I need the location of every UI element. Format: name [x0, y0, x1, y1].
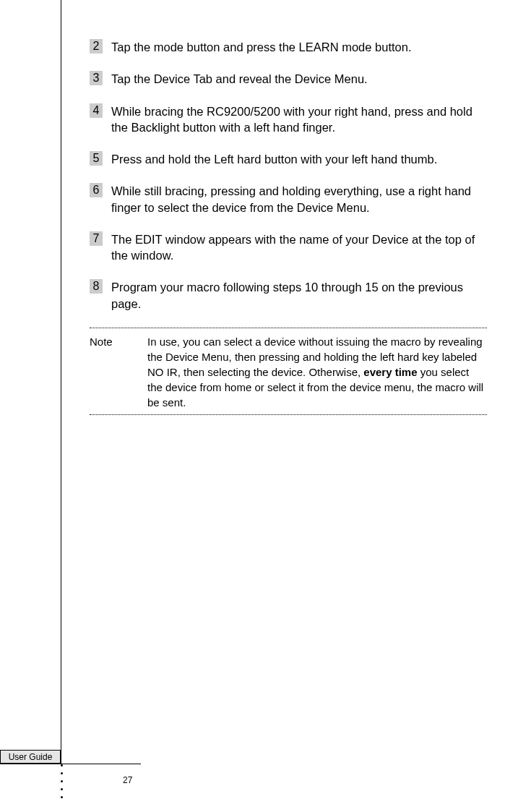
dot-icon	[61, 780, 63, 782]
note-block: Note In use, you can select a device wit…	[90, 334, 487, 410]
footer-line	[0, 764, 141, 764]
footer-dots	[61, 764, 63, 798]
step-number: 3	[90, 71, 103, 85]
step-item: 5 Press and hold the Left hard button wi…	[90, 151, 487, 167]
content-area: 2 Tap the mode button and press the LEAR…	[90, 39, 487, 421]
step-text: The EDIT window appears with the name of…	[111, 231, 487, 264]
step-number: 5	[90, 151, 103, 166]
step-number: 2	[90, 39, 103, 54]
step-number: 4	[90, 103, 103, 118]
step-text: While bracing the RC9200/5200 with your …	[111, 103, 487, 136]
step-item: 7 The EDIT window appears with the name …	[90, 231, 487, 264]
dot-icon	[61, 796, 63, 798]
step-text: Tap the mode button and press the LEARN …	[111, 39, 412, 55]
dot-icon	[61, 764, 63, 766]
note-label: Note	[90, 334, 147, 349]
vertical-rule	[61, 0, 61, 764]
page-number: 27	[123, 775, 132, 785]
step-number: 7	[90, 231, 103, 246]
note-text-bold: every time	[363, 366, 417, 378]
step-text: Press and hold the Left hard button with…	[111, 151, 437, 167]
note-separator	[90, 328, 487, 328]
step-text: Program your macro following steps 10 th…	[111, 279, 487, 312]
note-text: In use, you can select a device without …	[147, 334, 487, 410]
dot-icon	[61, 772, 63, 774]
dot-icon	[61, 788, 63, 790]
step-item: 4 While bracing the RC9200/5200 with you…	[90, 103, 487, 136]
footer-tab: User Guide	[0, 750, 61, 764]
note-separator	[90, 414, 487, 415]
step-item: 2 Tap the mode button and press the LEAR…	[90, 39, 487, 55]
step-number: 6	[90, 183, 103, 197]
step-number: 8	[90, 279, 103, 294]
step-item: 6 While still bracing, pressing and hold…	[90, 183, 487, 215]
step-item: 3 Tap the Device Tab and reveal the Devi…	[90, 71, 487, 87]
step-item: 8 Program your macro following steps 10 …	[90, 279, 487, 312]
step-text: Tap the Device Tab and reveal the Device…	[111, 71, 368, 87]
step-text: While still bracing, pressing and holdin…	[111, 183, 487, 215]
